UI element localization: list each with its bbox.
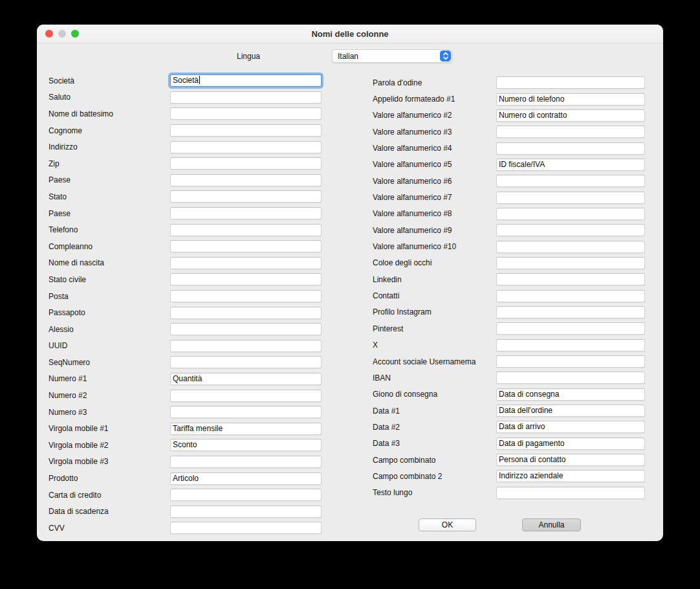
left-field-column: SocietàSocietàSalutoNome di battesimoCog… bbox=[49, 72, 333, 537]
text-field[interactable] bbox=[170, 157, 322, 170]
field-row: Data #3Data di pagamento bbox=[373, 436, 645, 452]
cancel-button[interactable]: Annulla bbox=[522, 518, 581, 531]
field-label: Compleanno bbox=[49, 242, 170, 251]
field-row: Valore alfanumerico #8 bbox=[373, 206, 645, 222]
field-row: IBAN bbox=[373, 370, 645, 386]
text-field[interactable] bbox=[496, 355, 645, 368]
text-field[interactable] bbox=[496, 175, 645, 187]
field-label: Alessio bbox=[49, 325, 170, 334]
field-label: X bbox=[373, 340, 496, 350]
text-field[interactable] bbox=[170, 323, 322, 335]
text-field[interactable]: Numero di contratto bbox=[496, 109, 645, 122]
text-field[interactable] bbox=[170, 224, 322, 236]
text-field[interactable] bbox=[170, 390, 322, 402]
text-field[interactable]: Indirizzo aziendale bbox=[496, 470, 645, 482]
text-field[interactable] bbox=[496, 257, 645, 269]
text-field[interactable] bbox=[496, 339, 645, 351]
field-label: Testo lungo bbox=[373, 488, 496, 497]
field-row: Appelido formateado #1Numero di telefono bbox=[373, 91, 645, 107]
text-field[interactable]: Sconto bbox=[170, 439, 322, 451]
text-field[interactable] bbox=[170, 257, 322, 269]
traffic-lights bbox=[45, 30, 79, 38]
text-field[interactable] bbox=[170, 207, 322, 219]
field-row: Zip bbox=[49, 155, 333, 172]
field-row: Giono di consegnaData di consegna bbox=[373, 386, 645, 403]
text-field[interactable] bbox=[170, 240, 322, 252]
text-field[interactable] bbox=[496, 76, 645, 89]
field-row: Stato bbox=[49, 188, 333, 205]
text-field[interactable] bbox=[496, 224, 645, 236]
text-field[interactable] bbox=[170, 290, 322, 302]
text-field[interactable] bbox=[170, 91, 322, 104]
text-field[interactable]: Articolo bbox=[170, 472, 322, 485]
field-row: Linkedin bbox=[373, 271, 645, 287]
text-field[interactable] bbox=[170, 406, 322, 418]
field-row: Campo combinato 2Indirizzo aziendale bbox=[373, 468, 645, 484]
minimize-button[interactable] bbox=[58, 30, 66, 38]
text-field[interactable]: Persona di contatto bbox=[496, 454, 645, 466]
text-field[interactable]: ID fiscale/IVA bbox=[496, 159, 645, 171]
field-row: Virgola mobile #3 bbox=[49, 454, 333, 471]
text-field[interactable]: Società bbox=[170, 74, 322, 87]
text-field[interactable] bbox=[496, 273, 645, 285]
field-label: Campo combinato bbox=[373, 456, 496, 465]
field-row: Compleanno bbox=[49, 238, 333, 255]
field-row: Saluto bbox=[49, 89, 333, 106]
text-field[interactable] bbox=[496, 192, 645, 204]
field-row: Virgola mobile #1Tariffa mensile bbox=[49, 420, 333, 437]
text-field[interactable] bbox=[170, 506, 322, 518]
zoom-button[interactable] bbox=[71, 30, 79, 38]
text-field[interactable] bbox=[170, 273, 322, 285]
field-row: Parola d'odine bbox=[373, 74, 645, 91]
field-label: Passapoto bbox=[49, 308, 170, 317]
field-label: Valore alfanumerico #8 bbox=[373, 209, 496, 218]
text-field[interactable] bbox=[170, 124, 322, 137]
text-field[interactable] bbox=[496, 372, 645, 384]
field-row: Data #2Data di arrivo bbox=[373, 419, 645, 435]
field-label: Valore alfanumerico #4 bbox=[373, 144, 496, 153]
text-field[interactable] bbox=[170, 190, 322, 203]
text-field[interactable]: Data di pagamento bbox=[496, 438, 645, 450]
field-label: CVV bbox=[49, 524, 170, 533]
text-field[interactable]: Numero di telefono bbox=[496, 93, 645, 106]
text-field[interactable] bbox=[170, 489, 322, 501]
text-field[interactable] bbox=[496, 142, 645, 155]
text-field[interactable]: Data di arrivo bbox=[496, 421, 645, 433]
field-label: Data #3 bbox=[373, 439, 496, 448]
field-label: Virgola mobile #3 bbox=[49, 457, 170, 466]
field-label: IBAN bbox=[373, 373, 496, 383]
screen-background: Nomi delle colonne Lingua Italian Societ… bbox=[0, 0, 700, 589]
text-field[interactable]: Data dell'ordine bbox=[496, 405, 645, 417]
text-field[interactable] bbox=[170, 456, 322, 468]
text-field[interactable] bbox=[170, 356, 322, 368]
ok-button[interactable]: OK bbox=[419, 518, 476, 531]
text-field[interactable]: Quantità bbox=[170, 373, 322, 385]
field-row: ProdottoArticolo bbox=[49, 470, 333, 487]
language-label: Lingua bbox=[223, 52, 274, 61]
field-row: SocietàSocietà bbox=[49, 72, 333, 89]
text-field[interactable] bbox=[170, 307, 322, 319]
text-field[interactable] bbox=[170, 340, 322, 352]
field-row: Account sociale Usernamema bbox=[373, 353, 645, 370]
text-field[interactable] bbox=[496, 126, 645, 138]
column-names-dialog: Nomi delle colonne Lingua Italian Societ… bbox=[37, 25, 663, 541]
language-select[interactable]: Italian bbox=[332, 49, 452, 63]
field-row: Pinterest bbox=[373, 320, 645, 337]
titlebar[interactable]: Nomi delle colonne bbox=[37, 25, 663, 43]
field-row: Valore alfanumerico #9 bbox=[373, 222, 645, 238]
text-field[interactable] bbox=[496, 322, 645, 335]
text-field[interactable] bbox=[170, 141, 322, 153]
text-field[interactable] bbox=[496, 487, 645, 499]
text-field[interactable] bbox=[170, 107, 322, 120]
field-label: Virgola mobile #2 bbox=[49, 441, 170, 450]
text-field[interactable]: Tariffa mensile bbox=[170, 423, 322, 435]
text-field[interactable] bbox=[170, 522, 322, 534]
text-field[interactable]: Data di consegna bbox=[496, 388, 645, 401]
text-field[interactable] bbox=[496, 241, 645, 253]
field-row: Numero #2 bbox=[49, 387, 333, 404]
text-field[interactable] bbox=[496, 290, 645, 302]
text-field[interactable] bbox=[496, 208, 645, 220]
text-field[interactable] bbox=[170, 174, 322, 186]
close-button[interactable] bbox=[45, 30, 53, 38]
text-field[interactable] bbox=[496, 306, 645, 318]
